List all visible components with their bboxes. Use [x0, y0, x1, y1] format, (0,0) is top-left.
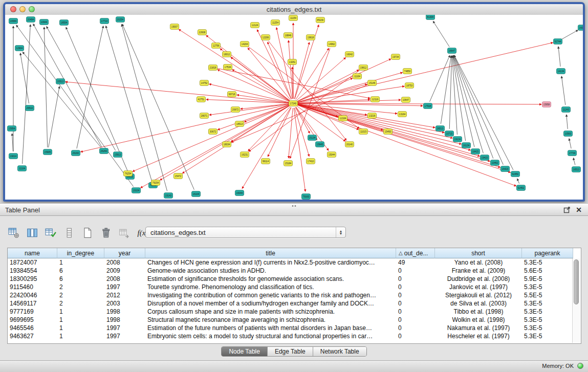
graph-node[interactable]: 14204 [241, 41, 249, 47]
graph-edge[interactable] [179, 29, 289, 101]
graph-node[interactable]: 85230 [316, 17, 325, 23]
graph-node[interactable]: 26260 [100, 148, 108, 154]
graph-node[interactable]: 99114 [262, 159, 270, 164]
graph-node[interactable]: 17240 [289, 101, 298, 106]
graph-node[interactable]: 81304 [426, 15, 435, 19]
graph-edge[interactable] [232, 70, 289, 101]
graph-edge[interactable] [433, 21, 449, 47]
graph-node[interactable]: 76254 [124, 171, 133, 177]
graph-edge[interactable] [295, 107, 310, 133]
graph-node[interactable]: 18753 [405, 83, 414, 89]
table-cell[interactable]: de Silva et al. (2003) [435, 299, 522, 308]
graph-node[interactable]: 13261 [288, 59, 297, 65]
graph-node[interactable]: 12164 [339, 116, 347, 121]
graph-node[interactable]: 16231 [241, 152, 249, 158]
table-row[interactable]: 977716911998Corpus callosum shape and si… [8, 308, 581, 316]
graph-node[interactable]: 99718 [228, 92, 236, 97]
graph-node[interactable]: 15044 [328, 152, 336, 158]
table-cell[interactable]: 1998 [104, 316, 145, 324]
table-row[interactable]: 1938455462009Genome-wide association stu… [8, 267, 581, 275]
table-cell[interactable]: 5.6E-5 [522, 267, 573, 275]
graph-node[interactable]: 19734 [391, 54, 400, 60]
scrollbar-thumb[interactable] [574, 259, 579, 304]
table-cell[interactable]: Wolkin et al. (1998) [435, 316, 522, 324]
table-cell[interactable]: 14569117 [8, 299, 57, 308]
graph-node[interactable]: 18415 [471, 149, 480, 155]
rows-icon[interactable] [62, 226, 76, 239]
graph-node[interactable]: 11104 [18, 166, 27, 171]
graph-node[interactable]: 10647 [402, 97, 410, 103]
table-cell[interactable]: Tibbo et al. (1998) [435, 308, 522, 316]
graph-edge[interactable] [23, 52, 101, 147]
graph-edge[interactable] [441, 56, 451, 124]
column-header-short[interactable]: short [435, 248, 522, 258]
table-cell[interactable]: Nakamura et al. (1997) [435, 324, 522, 332]
table-cell[interactable]: 0 [396, 283, 435, 291]
graph-node[interactable]: 15905 [43, 149, 52, 155]
graph-node[interactable]: 15845 [316, 142, 324, 147]
table-cell[interactable]: 2012 [104, 291, 145, 299]
graph-node[interactable]: 20513 [56, 79, 65, 84]
table-cell[interactable]: 6 [57, 275, 104, 283]
network-window-titlebar[interactable]: citations_edges.txt [5, 4, 583, 15]
graph-edge[interactable] [454, 55, 503, 165]
graph-node[interactable]: 15493 [384, 129, 393, 134]
graph-node[interactable]: 16134 [462, 143, 471, 148]
graph-edge[interactable] [44, 27, 47, 147]
graph-node[interactable]: 10944 [40, 19, 49, 25]
graph-node[interactable]: 16104 [192, 191, 201, 197]
table-cell[interactable]: 1 [57, 332, 104, 340]
graph-edge[interactable] [47, 27, 116, 150]
graph-node[interactable]: 19143 [164, 193, 173, 199]
table-cell[interactable]: 2009 [104, 267, 145, 275]
table-row[interactable]: 1456911722003Disruption of a novel membe… [8, 299, 581, 308]
graph-edge[interactable] [430, 55, 450, 102]
table-row[interactable]: 911546021997Tourette syndrome. Phenomeno… [8, 283, 581, 291]
graph-node[interactable]: 17534 [224, 64, 232, 70]
table-cell[interactable]: 1998 [104, 308, 145, 316]
column-header-year[interactable]: year [104, 248, 145, 258]
graph-node[interactable]: 16049 [578, 25, 583, 31]
graph-node[interactable]: 15146 [368, 80, 377, 86]
graph-node[interactable]: 20254 [116, 17, 125, 23]
graph-node[interactable]: 16647 [448, 48, 456, 54]
graph-node[interactable]: 16584 [9, 18, 18, 24]
tab-network-table[interactable]: Network Table [313, 347, 366, 356]
table-cell[interactable]: 0 [396, 291, 435, 299]
table-cell[interactable]: Investigating the contribution of common… [145, 291, 396, 299]
graph-node[interactable]: 16513 [572, 167, 581, 172]
graph-edge[interactable] [268, 42, 292, 99]
graph-edge[interactable] [561, 76, 565, 105]
graph-node[interactable]: 15184 [284, 161, 293, 166]
table-cell[interactable]: 1997 [104, 324, 145, 332]
table-cell[interactable]: 5.3E-5 [522, 308, 573, 316]
graph-node[interactable]: 21818 [209, 65, 217, 71]
table-cell[interactable]: Estimation of significance thresholds fo… [145, 275, 396, 283]
table-row[interactable]: 946554611997Estimation of the future num… [8, 324, 581, 332]
new-table-icon[interactable] [81, 226, 94, 239]
table-cell[interactable]: 2 [57, 283, 104, 291]
graph-edge[interactable] [517, 179, 519, 183]
graph-edge[interactable] [289, 108, 293, 158]
table-cell[interactable]: 2 [57, 299, 104, 308]
table-cell[interactable]: 1 [57, 308, 104, 316]
graph-node[interactable]: 16042 [345, 52, 354, 57]
graph-node[interactable]: 26513 [436, 126, 445, 131]
graph-node[interactable]: 11164 [353, 74, 362, 79]
delete-table-icon[interactable] [99, 226, 113, 239]
table-cell[interactable]: 5.3E-5 [522, 258, 573, 267]
graph-node[interactable]: 92744 [554, 39, 562, 45]
graph-node[interactable]: 19612 [359, 65, 368, 71]
graph-edge[interactable] [297, 105, 516, 186]
graph-node[interactable]: 28071 [200, 113, 209, 119]
graph-node[interactable]: 14962 [328, 41, 336, 47]
graph-node[interactable]: 12116 [371, 97, 380, 102]
column-header-pagerank[interactable]: pagerank [522, 248, 573, 258]
table-row[interactable]: 2242004622012Investigating the contribut… [8, 291, 581, 299]
table-cell[interactable]: Tourette syndrome. Phenomenology and cla… [145, 283, 396, 291]
tab-node-table[interactable]: Node Table [222, 347, 268, 356]
table-cell[interactable]: 1997 [104, 283, 145, 291]
graph-node[interactable]: 42751 [197, 97, 206, 102]
graph-edge[interactable] [296, 48, 329, 99]
graph-edge[interactable] [77, 26, 103, 148]
